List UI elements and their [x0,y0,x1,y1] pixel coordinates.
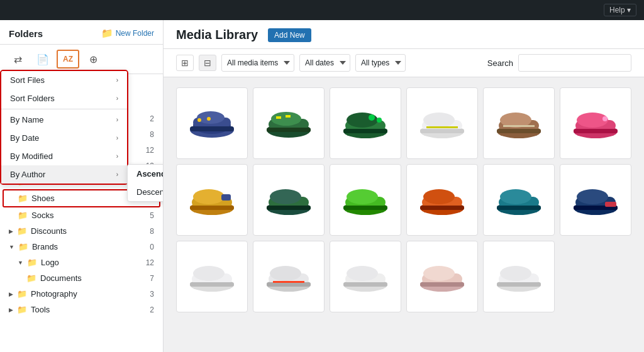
svg-rect-32 [574,129,618,133]
media-item[interactable] [483,241,555,312]
add-button[interactable]: ⊕ [82,50,104,69]
sort-dropdown: Sort Files › Sort Folders › By Name › [1,71,127,184]
sort-by-author-item[interactable]: By Author › Ascending Descending [1,165,127,184]
sidebar-item-discounts[interactable]: ▶ 📁 Discounts 8 [0,223,163,239]
help-label: Help ▾ [609,6,631,14]
svg-point-71 [347,266,378,281]
svg-rect-50 [420,206,464,210]
sort-folders-item[interactable]: Sort Folders › [1,89,127,107]
media-item[interactable] [330,241,401,312]
sort-by-modified-item[interactable]: By Modified › [1,147,127,165]
file-button[interactable]: 📄 [31,50,54,69]
media-item[interactable] [253,87,325,159]
svg-rect-59 [605,202,616,207]
media-item[interactable] [176,164,248,236]
sort-by-name-item[interactable]: By Name › [1,111,127,129]
svg-rect-28 [503,125,535,127]
media-item[interactable] [330,164,401,236]
search-label: Search [487,58,513,68]
media-type-filter[interactable]: All media items [221,54,294,72]
filter-bar: ⊞ ⊟ All media items All dates All types … [164,49,644,77]
media-item[interactable] [483,164,555,236]
sidebar-title: Folders [9,28,43,39]
expand-icon: ▼ [9,244,14,250]
svg-rect-22 [420,129,464,133]
folder-icon: 📁 [27,258,37,267]
sort-files-item[interactable]: Sort Files › [1,71,127,89]
svg-rect-27 [497,129,541,133]
svg-point-6 [207,117,211,121]
media-item[interactable] [406,87,478,159]
svg-rect-16 [343,129,387,133]
svg-point-33 [602,116,608,121]
sync-button[interactable]: ⇄ [6,50,29,69]
svg-rect-12 [286,115,291,118]
new-folder-label: New Folder [116,29,154,38]
folder-icon: 📁 [17,289,27,299]
svg-rect-4 [190,126,234,131]
svg-rect-37 [190,206,234,210]
sidebar-item-brands[interactable]: ▼ 📁 Brands 0 [0,239,163,255]
sidebar-item-socks[interactable]: 📁 Socks 5 [0,207,163,223]
sidebar-toolbar: ⇄ 📄 AZ ⊕ Sort Files › Sort Folders › [0,45,163,74]
svg-rect-38 [221,194,231,201]
media-item[interactable] [560,164,631,236]
sidebar-item-tools[interactable]: ▶ 📁 Tools 2 [0,302,163,317]
date-filter[interactable]: All dates [299,54,350,72]
media-item[interactable] [406,241,478,312]
help-button[interactable]: Help ▾ [604,4,636,16]
svg-rect-68 [273,281,304,283]
type-filter[interactable]: All types [355,54,406,72]
svg-rect-80 [497,282,541,287]
svg-point-5 [197,118,201,122]
media-grid [164,77,644,352]
folder-icon: 📁 [17,305,27,314]
expand-icon: ▼ [18,260,23,266]
chevron-right-icon: › [116,135,118,141]
media-item[interactable] [253,241,325,312]
ascending-item[interactable]: Ascending [128,165,164,183]
svg-point-3 [197,111,225,124]
media-item[interactable] [406,164,478,236]
svg-point-49 [423,189,455,204]
svg-point-75 [423,266,455,281]
folder-icon: 📁 [26,273,36,283]
expand-icon: ▶ [9,228,13,234]
svg-point-53 [500,189,531,204]
main-layout: Folders 📁 New Folder ⇄ 📄 AZ ⊕ Sort Files… [0,20,644,352]
svg-point-9 [271,112,301,126]
sidebar-header: Folders 📁 New Folder [0,20,163,45]
sidebar-item-logo[interactable]: ▼ 📁 Logo 12 [0,255,163,270]
svg-rect-42 [267,206,311,210]
sidebar-item-photography[interactable]: ▶ 📁 Photography 3 [0,286,163,302]
media-item[interactable] [176,241,248,312]
media-item[interactable] [560,87,631,159]
descending-item[interactable]: Descending [128,183,164,201]
sort-az-button[interactable]: AZ [57,50,79,69]
grid-view-button[interactable]: ⊟ [199,55,216,71]
list-view-button[interactable]: ⊞ [176,55,194,71]
folder-icon: 📁 [18,242,28,251]
new-folder-button[interactable]: 📁 New Folder [101,28,154,39]
chevron-right-icon: › [116,171,118,178]
svg-point-18 [377,118,382,123]
svg-point-57 [577,189,608,204]
media-item[interactable] [253,164,325,236]
svg-point-41 [270,189,301,204]
content-header: Media Library Add New [164,20,644,49]
svg-point-17 [369,114,375,121]
top-bar: Help ▾ [0,0,644,20]
svg-point-62 [193,266,225,281]
folder-icon: 📁 [18,211,28,220]
sort-by-date-item[interactable]: By Date › [1,129,127,147]
search-input[interactable] [518,54,631,72]
sidebar-item-documents[interactable]: 📁 Documents 7 [0,270,163,286]
svg-rect-72 [343,282,387,287]
svg-point-79 [500,266,531,281]
add-new-button[interactable]: Add New [268,28,311,42]
media-item[interactable] [330,87,401,159]
svg-rect-67 [267,282,311,287]
folder-plus-icon: 📁 [101,28,113,39]
media-item[interactable] [483,87,555,159]
media-item[interactable] [176,87,248,159]
